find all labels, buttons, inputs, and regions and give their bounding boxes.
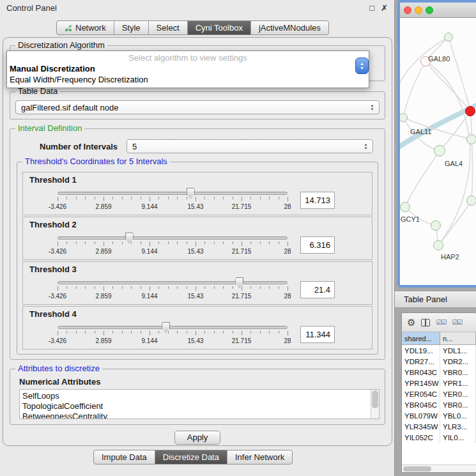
table-panel-header: Table Panel [395,291,476,308]
attribute-list-item[interactable]: SelfLoops [22,391,379,401]
table-cell: YER054C [402,388,440,399]
group-title: Attributes to discretize [15,364,102,373]
network-node[interactable] [466,134,476,144]
threshold-value-field[interactable]: 21.4 [300,281,335,298]
table-header-row: shared... n... [402,332,476,345]
tab-jactivemnodules[interactable]: jActiveMNodules [251,21,328,35]
table-cell: YDR2... [440,356,476,367]
table-row[interactable]: YLR345WYLR3... [402,421,476,432]
attributes-scrollbar[interactable] [371,390,379,418]
table-cell: YBR0... [440,367,476,378]
threshold-slider[interactable]: -3.4262.8599.14415.4321.71528 [54,187,291,213]
tab-label: Select [157,23,180,33]
threshold-row: -3.4262.8599.14415.4321.71528 6.316 [23,230,372,259]
table-panel-title: Table Panel [404,295,447,304]
column-header-shared-name[interactable]: shared... [402,332,440,344]
float-window-icon[interactable]: □ [369,3,374,13]
table-cell: YBL0... [440,410,476,421]
number-of-intervals-combobox[interactable]: 5 ▲▼ [127,139,373,153]
dropdown-option-manual-discretization[interactable]: Manual Discretization [7,63,369,74]
tab-network[interactable]: Network [57,21,114,35]
slider-range: -3.4262.8599.14415.4321.71528 [58,187,288,213]
table-cell: YIL0... [440,432,476,443]
threshold-panel: Threshold 3 -3.4262.8599.14415.4321.7152… [22,261,372,305]
slider-scale-label: -3.426 [49,337,66,344]
table-row[interactable]: YBR043CYBR0... [402,367,476,378]
threshold-value-field[interactable]: 6.316 [300,236,335,254]
scrollbar-thumb[interactable] [372,390,378,408]
network-node[interactable] [433,240,443,250]
algorithm-dropdown-popup: Select algorithm to view settings Manual… [6,50,369,88]
network-tab-icon [65,24,72,32]
tab-select[interactable]: Select [149,21,188,35]
algorithm-combobox-stepper-icon[interactable]: ▲ ▼ [355,58,369,74]
combobox-stepper-icon[interactable]: ▲▼ [367,102,377,113]
table-cell: YBR045C [402,399,440,410]
close-traffic-light-icon[interactable] [404,6,411,14]
slider-range: -3.4262.8599.14415.4321.71528 [58,276,288,303]
table-window: ⚙ ☑☑ ☑☑ shared... n... YDL19...YDL1...YD… [401,312,476,473]
table-row[interactable]: YBL079WYBL0... [402,410,476,421]
tab-discretize-data[interactable]: Discretize Data [155,450,227,464]
slider-scale-label: 2.859 [95,203,111,210]
slider-scale: -3.4262.8599.14415.4321.71528 [58,337,288,345]
network-node[interactable] [444,33,453,42]
table-cell: YBR043C [402,367,440,378]
tab-style[interactable]: Style [114,21,149,35]
dropdown-option-equal-width-frequency[interactable]: Equal Width/Frequency Discretization [7,74,369,85]
tab-impute-data[interactable]: Impute Data [94,450,155,464]
network-node[interactable] [465,106,475,116]
select-columns-icon[interactable]: ☑☑ [436,319,446,326]
tab-infer-network[interactable]: Infer Network [227,450,292,464]
slider-scale-label: 2.859 [95,293,111,300]
control-panel: Control Panel □ ✗ Network Style Select C… [0,0,395,476]
table-horizontal-scrollbar[interactable] [402,464,476,472]
threshold-value-field[interactable]: 11.344 [300,326,335,343]
table-row[interactable]: YIL052CYIL0... [402,432,476,443]
columns-icon[interactable] [421,319,430,326]
threshold-slider[interactable]: -3.4262.8599.14415.4321.71528 [54,321,291,348]
network-node-label: GAL11 [410,128,431,135]
apply-button[interactable]: Apply [174,431,220,445]
gear-icon[interactable]: ⚙ [407,317,415,328]
column-header-name[interactable]: n... [440,332,476,344]
table-row[interactable]: YER054CYER0... [402,388,476,399]
attribute-list-item[interactable]: BetweennessCentrality [22,411,379,419]
threshold-row: -3.4262.8599.14415.4321.71528 11.344 [23,319,372,349]
table-row[interactable]: YBR045CYBR0... [402,399,476,410]
slider-ticks [58,197,288,202]
select-rows-icon[interactable]: ☑☑ [452,319,462,326]
slider-ticks [58,331,288,336]
slider-scale-label: -3.426 [49,248,66,255]
scrollbar-thumb[interactable] [403,466,431,472]
threshold-slider[interactable]: -3.4262.8599.14415.4321.71528 [54,276,291,303]
slider-scale: -3.4262.8599.14415.4321.71528 [58,203,288,211]
slider-scale: -3.4262.8599.14415.4321.71528 [58,248,288,256]
zoom-traffic-light-icon[interactable] [426,6,433,14]
network-node[interactable] [431,220,441,231]
table-cell: YLR3... [440,421,476,432]
tab-label: Style [122,23,141,33]
threshold-value-field[interactable]: 14.713 [300,192,335,209]
network-node[interactable] [466,196,476,206]
attribute-list-item[interactable]: TopologicalCoefficient [22,401,379,411]
slider-scale-label: 15.43 [187,293,203,300]
combobox-stepper-icon[interactable]: ▲▼ [361,141,371,152]
threshold-slider[interactable]: -3.4262.8599.14415.4321.71528 [54,231,291,258]
network-node[interactable] [434,145,445,157]
threshold-list: Threshold 1 -3.4262.8599.14415.4321.7152… [17,172,378,349]
slider-scale-label: 9.144 [141,293,157,300]
tab-cyni-toolbox[interactable]: Cyni Toolbox [188,21,251,35]
close-window-icon[interactable]: ✗ [381,3,388,13]
control-panel-titlebar: Control Panel □ ✗ [0,0,394,15]
table-cell: YBL079W [402,410,440,421]
table-row[interactable]: YDL19...YDL1... [402,345,476,356]
slider-ticks [58,286,288,291]
network-canvas[interactable]: GAL80GAL11GAL4GCY1HAP2 [400,18,476,288]
table-row[interactable]: YPR145WYPR1... [402,378,476,388]
network-node[interactable] [400,202,410,212]
minimize-traffic-light-icon[interactable] [415,6,422,14]
table-data-combobox[interactable]: galFiltered.sif default node ▲▼ [15,100,380,114]
slider-scale-label: 28 [284,203,291,210]
table-row[interactable]: YDR27...YDR2... [402,356,476,367]
